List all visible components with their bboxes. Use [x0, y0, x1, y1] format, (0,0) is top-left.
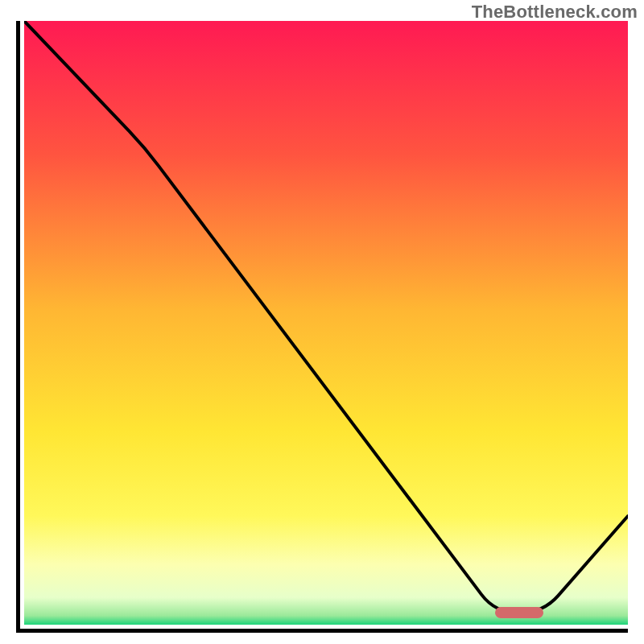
attribution-label: TheBottleneck.com	[472, 2, 638, 23]
plot-svg	[24, 21, 628, 625]
gradient-background	[24, 21, 628, 625]
chart-frame: TheBottleneck.com	[0, 0, 644, 644]
axes-border	[16, 21, 628, 633]
bottleneck-marker	[495, 607, 543, 618]
plot-area	[24, 21, 628, 625]
